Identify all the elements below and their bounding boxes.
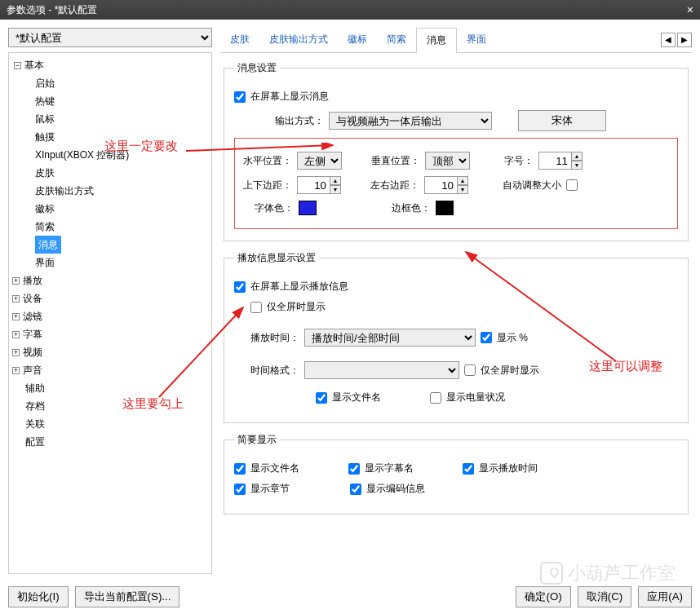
tree-node[interactable]: +视频 [12, 343, 208, 361]
expand-icon[interactable]: + [12, 313, 20, 320]
output-mode-select[interactable]: 与视频融为一体后输出 [329, 112, 492, 130]
window-title: 参数选项 - *默认配置 [7, 0, 97, 20]
tab[interactable]: 徽标 [338, 28, 377, 52]
vmargin-spinner[interactable]: ▲▼ [297, 176, 341, 194]
tab-scroll-right[interactable]: ▶ [677, 33, 692, 47]
tree-node[interactable]: 辅助 [12, 379, 208, 397]
brief-chapter-checkbox[interactable]: 显示章节 [234, 482, 290, 496]
output-mode-label: 输出方式： [275, 114, 324, 128]
titlebar: 参数选项 - *默认配置 × [0, 0, 700, 20]
show-playbackinfo-checkbox[interactable]: 在屏幕上显示播放信息 [234, 280, 348, 294]
tree-node[interactable]: 皮肤输出方式 [35, 182, 208, 200]
footer: 初始化(I) 导出当前配置(S)... 确定(O) 取消(C) 应用(A) [8, 586, 692, 607]
message-settings-group: 消息设置 在屏幕上显示消息 输出方式： 与视频融为一体后输出 宋体 水平位置： … [224, 61, 689, 241]
bordercolor-label: 边框色： [392, 201, 431, 215]
hpos-label: 水平位置： [243, 154, 292, 168]
tree-node[interactable]: 界面 [35, 254, 208, 272]
init-button[interactable]: 初始化(I) [8, 586, 69, 607]
tab[interactable]: 消息 [416, 28, 457, 53]
hmargin-label: 左右边距： [370, 179, 419, 192]
brief-subtitle-checkbox[interactable]: 显示字幕名 [348, 462, 414, 475]
playback-info-legend: 播放信息显示设置 [234, 251, 319, 265]
fontsize-spinner[interactable]: ▲▼ [538, 152, 583, 170]
show-filename-checkbox[interactable]: 显示文件名 [316, 391, 381, 404]
tree-node[interactable]: 关联 [12, 415, 208, 433]
tree-node[interactable]: 触摸 [35, 128, 208, 146]
tree-panel: −基本 启始热键鼠标触摸XInput(XBOX 控制器)皮肤皮肤输出方式徽标简索… [8, 52, 212, 574]
tree-node[interactable]: 启始 [35, 74, 208, 92]
hpos-select[interactable]: 左侧 [297, 152, 342, 170]
expand-icon[interactable]: + [12, 367, 20, 374]
tab-scroll-left[interactable]: ◀ [661, 33, 676, 47]
brief-display-legend: 简要显示 [234, 433, 280, 447]
show-msg-checkbox[interactable]: 在屏幕上显示消息 [234, 90, 329, 104]
close-icon[interactable]: × [687, 0, 693, 20]
tree-node[interactable]: +播放 [12, 272, 208, 289]
tree-node[interactable]: +声音 [12, 361, 208, 379]
only-fullscreen2-checkbox[interactable]: 仅全屏时显示 [464, 364, 539, 378]
tab[interactable]: 简索 [377, 28, 416, 52]
tree-node[interactable]: 热键 [35, 92, 208, 110]
hmargin-spinner[interactable]: ▲▼ [424, 176, 468, 194]
fontsize-label: 字号： [504, 154, 534, 168]
tab[interactable]: 皮肤 [220, 28, 259, 52]
collapse-icon[interactable]: − [14, 62, 21, 69]
apply-button[interactable]: 应用(A) [638, 586, 692, 607]
autosize-checkbox[interactable]: 自动调整大小 [503, 179, 578, 192]
brief-filename-checkbox[interactable]: 显示文件名 [234, 462, 299, 475]
expand-icon[interactable]: + [12, 331, 20, 338]
tree-node[interactable]: 消息 [35, 236, 61, 254]
expand-icon[interactable]: + [12, 295, 20, 303]
tree-node-basic[interactable]: −基本 [12, 56, 208, 74]
cancel-button[interactable]: 取消(C) [578, 586, 632, 607]
brief-display-group: 简要显示 显示文件名 显示字幕名 显示播放时间 显示章节 显示编码信息 [224, 433, 689, 515]
tree-node[interactable]: 配置 [12, 433, 208, 451]
tree-node[interactable]: +字幕 [12, 325, 208, 343]
fontcolor-label: 字体色： [255, 201, 294, 215]
expand-icon[interactable]: + [12, 277, 20, 285]
config-selector[interactable]: *默认配置 [8, 28, 212, 47]
ok-button[interactable]: 确定(O) [516, 586, 570, 607]
brief-codec-checkbox[interactable]: 显示编码信息 [350, 482, 425, 496]
expand-icon[interactable]: + [12, 349, 20, 356]
tab[interactable]: 界面 [457, 28, 496, 52]
bordercolor-swatch[interactable] [436, 201, 454, 215]
tree-node[interactable]: 徽标 [35, 200, 208, 218]
playtime-label: 播放时间： [250, 331, 299, 345]
tree-node[interactable]: XInput(XBOX 控制器) [35, 146, 208, 164]
only-fullscreen-checkbox[interactable]: 仅全屏时显示 [250, 300, 326, 314]
tabs: 皮肤皮肤输出方式徽标简索消息界面 ◀ ▶ [220, 28, 692, 53]
show-battery-checkbox[interactable]: 显示电量状况 [430, 391, 505, 404]
message-settings-legend: 消息设置 [234, 61, 280, 75]
tree-node[interactable]: +滤镜 [12, 307, 208, 325]
tree-node[interactable]: 鼠标 [35, 110, 208, 128]
tree-node[interactable]: 存档 [12, 397, 208, 415]
vpos-label: 垂直位置： [371, 154, 420, 168]
playback-info-group: 播放信息显示设置 在屏幕上显示播放信息 仅全屏时显示 播放时间： 播放时间/全部… [224, 251, 689, 423]
tree-node[interactable]: 简索 [35, 218, 208, 236]
show-percent-checkbox[interactable]: 显示 % [481, 331, 528, 345]
timefmt-label: 时间格式： [250, 364, 299, 378]
export-button[interactable]: 导出当前配置(S)... [75, 586, 180, 607]
playtime-select[interactable]: 播放时间/全部时间 [304, 329, 476, 347]
font-button[interactable]: 宋体 [518, 110, 606, 131]
vmargin-label: 上下边距： [243, 179, 292, 192]
vpos-select[interactable]: 顶部 [425, 152, 470, 170]
tab[interactable]: 皮肤输出方式 [259, 28, 338, 52]
tree-node[interactable]: 皮肤 [35, 164, 208, 182]
tree-node[interactable]: +设备 [12, 289, 208, 307]
fontcolor-swatch[interactable] [299, 201, 317, 215]
timefmt-select[interactable] [304, 361, 459, 379]
brief-playtime-checkbox[interactable]: 显示播放时间 [463, 462, 538, 475]
